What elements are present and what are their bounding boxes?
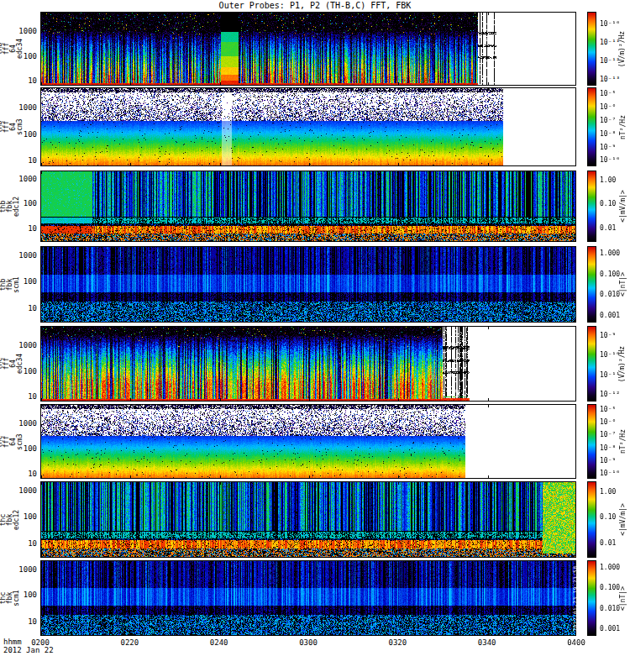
panel-thc-fbk-edc12: thc fbk edc12 1000 100 10 1.00 0.10 0.01… xyxy=(0,481,630,558)
time-tick: 0320 xyxy=(388,638,407,647)
time-tick: 0300 xyxy=(299,638,318,647)
time-tick: 0200 xyxy=(31,638,50,647)
colorbar-unit: <|mV/m|> xyxy=(616,481,629,558)
spectrogram-canvas xyxy=(41,405,575,478)
figure-title: Outer Probes: P1, P2 (TH-B,C) FFT, FBK xyxy=(0,1,630,10)
spectrogram-figure: Outer Probes: P1, P2 (TH-B,C) FFT, FBK t… xyxy=(0,0,630,672)
colorbar-unit: <|nT|> xyxy=(616,246,629,323)
spectrogram-canvas xyxy=(41,327,575,401)
colorbar-gradient xyxy=(587,246,596,323)
colorbar-unit: <|mV/m|> xyxy=(616,171,629,242)
spectrogram-canvas xyxy=(41,247,575,322)
spectrogram-plot xyxy=(40,404,576,479)
spectrogram-plot xyxy=(40,12,576,86)
freq-axis-ticks: 1000 100 10 xyxy=(8,404,39,479)
time-tick: 0400 xyxy=(567,638,585,647)
freq-axis-ticks: 1000 100 10 xyxy=(8,246,39,323)
colorbar-unit: <|nT|> xyxy=(616,560,629,636)
creation-timestamp: 2012-01-23 19:23:58 xyxy=(569,562,580,634)
colorbar-gradient xyxy=(587,171,596,242)
colorbar-unit: (V/m)²/Hz xyxy=(616,326,629,402)
spectrogram-plot xyxy=(40,326,576,402)
panel-thb-fff-64-edc34: thb fff 64 edc34 1000 100 10 10⁻¹⁰ 10⁻¹¹… xyxy=(0,12,630,86)
spectrogram-plot xyxy=(40,560,576,636)
freq-axis-ticks: 1000 100 10 xyxy=(8,481,39,558)
colorbar-gradient xyxy=(587,560,596,636)
spectrogram-plot xyxy=(40,246,576,323)
time-tick: 0240 xyxy=(210,638,228,647)
colorbar-unit: nT²/Hz xyxy=(616,404,629,479)
panel-thb-fbk-edc12: thb fbk edc12 1000 100 10 1.00 0.10 0.01… xyxy=(0,171,630,242)
panel-thc-fff-64-scm3: thc fff 64 scm3 1000 100 10 10⁻⁵ 10⁻⁶ 10… xyxy=(0,404,630,479)
time-tick: 0340 xyxy=(478,638,496,647)
colorbar-gradient xyxy=(587,326,596,402)
spectrogram-canvas xyxy=(41,13,575,85)
spectrogram-canvas xyxy=(41,88,575,165)
time-axis-date: 2012 Jan 22 xyxy=(3,646,54,654)
colorbar-unit: nT²/Hz xyxy=(616,87,629,166)
spectrogram-plot xyxy=(40,171,576,242)
freq-axis-ticks: 1000 100 10 xyxy=(8,87,39,166)
spectrogram-plot xyxy=(40,481,576,558)
colorbar-gradient xyxy=(587,87,596,166)
panel-thc-fff-64-edc34: thc fff 64 edc34 1000 100 10 10⁻⁹ 10⁻¹⁰ … xyxy=(0,326,630,402)
freq-axis-ticks: 1000 100 10 xyxy=(8,171,39,242)
spectrogram-canvas xyxy=(41,171,575,241)
time-tick: 0220 xyxy=(120,638,139,647)
freq-axis-ticks: 1000 100 10 xyxy=(8,560,39,636)
spectrogram-canvas xyxy=(41,561,575,635)
panel-thc-fbk-scm1: thc fbk scm1 1000 100 10 1.000 0.100 0.0… xyxy=(0,560,630,636)
freq-axis-ticks: 1000 100 10 xyxy=(8,326,39,402)
spectrogram-plot xyxy=(40,87,576,166)
panel-thb-fbk-scm1: thb fbk scm1 1000 100 10 1.000 0.100 0.0… xyxy=(0,246,630,323)
spectrogram-canvas xyxy=(41,482,575,557)
panel-thb-fff-64-scm3: thb fff 64 scm3 1000 100 10 10⁻⁵ 10⁻⁶ 10… xyxy=(0,87,630,166)
colorbar-unit: (V/m)²/Hz xyxy=(616,12,629,86)
colorbar-gradient xyxy=(587,404,596,479)
freq-axis-ticks: 1000 100 10 xyxy=(8,12,39,86)
colorbar-gradient xyxy=(587,481,596,558)
colorbar-gradient xyxy=(587,12,596,86)
